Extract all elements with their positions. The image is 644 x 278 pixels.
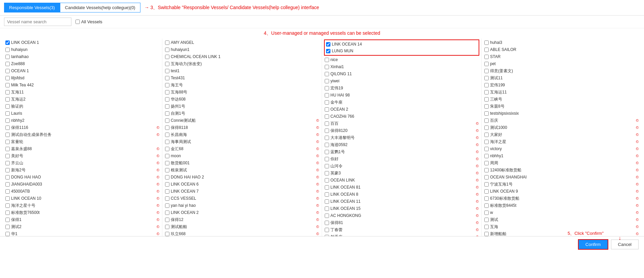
vessel-checkbox[interactable] [165,218,169,222]
vessel-checkbox[interactable] [165,168,169,172]
vessel-checkbox[interactable] [165,76,169,80]
vessel-checkbox[interactable] [325,199,329,204]
vessel-checkbox[interactable] [325,86,329,90]
vessel-checkbox[interactable] [165,140,169,144]
vessel-checkbox[interactable] [325,171,329,175]
vessel-checkbox[interactable] [484,48,489,52]
vessel-checkbox[interactable] [325,72,329,76]
vessel-checkbox[interactable] [165,211,169,215]
vessel-checkbox[interactable] [325,129,329,133]
vessel-checkbox[interactable] [326,42,330,47]
cancel-button[interactable]: Cancel [611,240,639,249]
vessel-checkbox[interactable] [325,143,329,147]
vessel-checkbox[interactable] [325,228,329,232]
vessel-checkbox[interactable] [165,62,169,66]
tab-responsible[interactable]: Responsible Vessels(3) [4,3,60,12]
vessel-checkbox[interactable] [165,104,169,109]
vessel-checkbox[interactable] [5,211,10,215]
vessel-checkbox[interactable] [325,136,329,140]
vessel-checkbox[interactable] [165,189,169,194]
vessel-checkbox[interactable] [165,111,169,116]
vessel-checkbox[interactable] [484,76,489,80]
vessel-checkbox[interactable] [484,83,489,87]
vessel-checkbox[interactable] [165,147,169,151]
vessel-checkbox[interactable] [325,221,329,225]
vessel-checkbox[interactable] [325,93,329,98]
vessel-checkbox[interactable] [325,79,329,83]
vessel-checkbox[interactable] [5,40,10,45]
vessel-checkbox[interactable] [165,118,169,123]
vessel-checkbox[interactable] [484,140,489,144]
vessel-checkbox[interactable] [165,182,169,187]
vessel-checkbox[interactable] [165,175,169,179]
vessel-checkbox[interactable] [5,48,10,52]
vessel-checkbox[interactable] [484,90,489,94]
vessel-checkbox[interactable] [325,192,329,197]
vessel-checkbox[interactable] [484,40,489,45]
vessel-checkbox[interactable] [165,90,169,94]
vessel-checkbox[interactable] [325,150,329,154]
vessel-checkbox[interactable] [5,225,10,229]
vessel-checkbox[interactable] [484,55,489,59]
vessel-checkbox[interactable] [484,189,489,194]
vessel-checkbox[interactable] [165,69,169,73]
vessel-checkbox[interactable] [325,58,329,62]
vessel-checkbox[interactable] [5,76,10,80]
vessel-checkbox[interactable] [5,126,10,130]
tab-candidate[interactable]: Candidate Vessels(help collegue)(0) [60,3,140,12]
vessel-checkbox[interactable] [325,164,329,168]
search-input[interactable] [4,18,71,26]
all-vessels-checkbox[interactable] [75,20,80,24]
vessel-checkbox[interactable] [484,175,489,179]
vessel-checkbox[interactable] [484,225,489,229]
vessel-checkbox[interactable] [484,168,489,172]
vessel-checkbox[interactable] [165,225,169,229]
vessel-checkbox[interactable] [165,83,169,87]
vessel-checkbox[interactable] [325,121,329,126]
vessel-checkbox[interactable] [325,100,329,105]
vessel-checkbox[interactable] [484,104,489,109]
vessel-checkbox[interactable] [5,69,10,73]
vessel-checkbox[interactable] [5,161,10,165]
vessel-checkbox[interactable] [484,218,489,222]
vessel-checkbox[interactable] [484,196,489,201]
vessel-checkbox[interactable] [326,49,330,53]
confirm-button[interactable]: Confirm [578,239,608,250]
vessel-checkbox[interactable] [165,97,169,102]
vessel-checkbox[interactable] [5,154,10,158]
vessel-checkbox[interactable] [484,62,489,66]
vessel-checkbox[interactable] [484,203,489,208]
vessel-checkbox[interactable] [165,48,169,52]
vessel-checkbox[interactable] [5,140,10,144]
vessel-checkbox[interactable] [484,182,489,187]
vessel-checkbox[interactable] [165,126,169,130]
vessel-checkbox[interactable] [325,114,329,119]
vessel-checkbox[interactable] [325,178,329,183]
vessel-checkbox[interactable] [5,90,10,94]
vessel-checkbox[interactable] [484,126,489,130]
vessel-checkbox[interactable] [484,111,489,116]
vessel-checkbox[interactable] [5,118,10,123]
vessel-checkbox[interactable] [5,62,10,66]
vessel-checkbox[interactable] [484,211,489,215]
vessel-checkbox[interactable] [484,161,489,165]
vessel-checkbox[interactable] [484,97,489,102]
vessel-checkbox[interactable] [484,118,489,123]
vessel-checkbox[interactable] [5,189,10,194]
vessel-checkbox[interactable] [325,65,329,69]
vessel-checkbox[interactable] [5,232,10,236]
vessel-checkbox[interactable] [484,133,489,137]
vessel-checkbox[interactable] [165,154,169,158]
vessel-checkbox[interactable] [5,83,10,87]
vessel-checkbox[interactable] [5,104,10,109]
vessel-checkbox[interactable] [325,206,329,211]
vessel-checkbox[interactable] [165,232,169,236]
vessel-checkbox[interactable] [325,107,329,112]
vessel-checkbox[interactable] [5,55,10,59]
vessel-checkbox[interactable] [165,196,169,201]
vessel-checkbox[interactable] [484,69,489,73]
vessel-checkbox[interactable] [165,203,169,208]
vessel-checkbox[interactable] [5,175,10,179]
all-vessels-label[interactable]: All Vessels [75,19,102,24]
vessel-checkbox[interactable] [165,161,169,165]
